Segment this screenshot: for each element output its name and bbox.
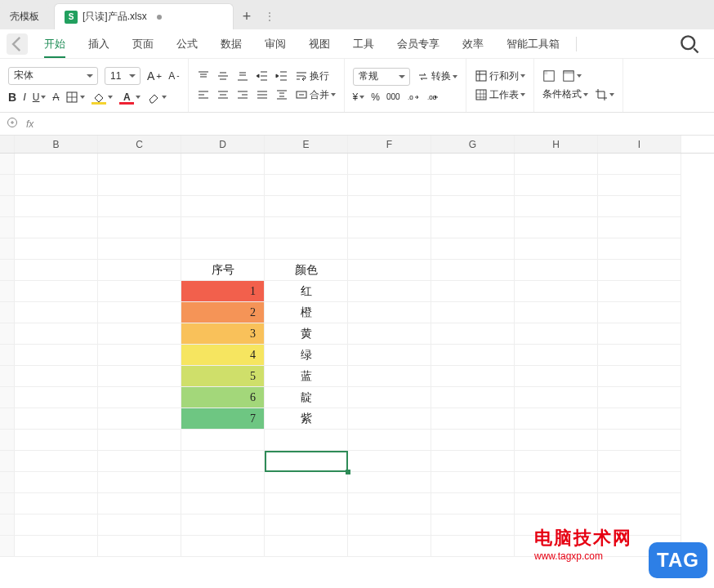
cell[interactable] (515, 408, 598, 430)
spreadsheet-grid[interactable]: BCDEFGHI 序号颜色1红2橙3黄4绿5蓝6靛7紫 电脑技术网 www.ta… (0, 136, 714, 588)
cell[interactable] (348, 175, 431, 196)
cell[interactable] (348, 430, 431, 451)
justify-button[interactable] (256, 88, 269, 101)
cell[interactable] (431, 408, 515, 430)
strikethrough-button[interactable]: A (52, 91, 59, 103)
cell[interactable] (431, 387, 515, 408)
cell[interactable] (515, 217, 598, 238)
number-format-select[interactable]: 常规 (353, 68, 410, 86)
cell[interactable]: 3 (181, 323, 265, 345)
menu-smart-tools[interactable]: 智能工具箱 (495, 29, 571, 58)
cell[interactable] (348, 154, 431, 175)
worksheet-button[interactable]: 工作表 (475, 88, 525, 102)
menu-formula[interactable]: 公式 (165, 29, 209, 58)
cell[interactable] (98, 175, 181, 196)
cell[interactable] (515, 493, 598, 514)
cell[interactable] (265, 238, 348, 260)
cell[interactable]: 7 (181, 408, 265, 430)
cell[interactable] (431, 260, 515, 281)
cell[interactable] (15, 472, 98, 493)
cell[interactable] (98, 514, 181, 536)
cell[interactable]: 橙 (265, 302, 348, 323)
cell[interactable]: 绿 (265, 345, 348, 366)
cell[interactable] (348, 493, 431, 514)
cell[interactable] (515, 323, 598, 345)
cell[interactable] (15, 430, 98, 451)
cell[interactable] (431, 536, 515, 557)
selection-handle[interactable] (346, 470, 350, 474)
cell[interactable] (0, 260, 15, 281)
grid-body[interactable]: 序号颜色1红2橙3黄4绿5蓝6靛7紫 (0, 154, 714, 557)
col-header-F[interactable]: F (348, 136, 431, 153)
cell[interactable] (15, 536, 98, 557)
merge-button[interactable]: 合并 (295, 88, 336, 102)
cell[interactable] (598, 154, 681, 175)
cell[interactable] (515, 175, 598, 196)
cell[interactable] (431, 175, 515, 196)
comma-button[interactable]: 000 (386, 92, 400, 101)
cell[interactable] (431, 217, 515, 238)
cell[interactable] (0, 451, 15, 472)
align-bottom-button[interactable] (236, 69, 249, 82)
cell[interactable] (0, 514, 15, 536)
menu-review[interactable]: 审阅 (253, 29, 297, 58)
cell[interactable] (265, 451, 348, 472)
cell[interactable] (348, 345, 431, 366)
menu-data[interactable]: 数据 (209, 29, 253, 58)
cell[interactable] (348, 451, 431, 472)
cell[interactable] (515, 238, 598, 260)
col-header-E[interactable]: E (265, 136, 348, 153)
fill-color-button[interactable] (91, 90, 113, 105)
cell[interactable] (348, 238, 431, 260)
italic-button[interactable]: I (23, 91, 26, 103)
cell[interactable] (0, 387, 15, 408)
font-color-button[interactable]: A (119, 90, 141, 105)
cell[interactable] (265, 472, 348, 493)
cell[interactable] (265, 154, 348, 175)
cell[interactable] (0, 472, 15, 493)
cell[interactable] (98, 154, 181, 175)
cell[interactable] (431, 366, 515, 387)
cell[interactable] (598, 281, 681, 302)
cell[interactable] (0, 302, 15, 323)
col-header-G[interactable]: G (431, 136, 515, 153)
cell[interactable] (598, 430, 681, 451)
increase-decimal-button[interactable]: .00 (426, 91, 440, 104)
cell[interactable] (98, 281, 181, 302)
cell[interactable] (98, 408, 181, 430)
cell[interactable] (98, 451, 181, 472)
cell[interactable] (98, 302, 181, 323)
cell[interactable] (98, 260, 181, 281)
search-button[interactable] (678, 33, 701, 56)
crop-button[interactable] (595, 88, 614, 101)
menu-view[interactable]: 视图 (297, 29, 341, 58)
shrink-font-button[interactable]: A- (168, 70, 179, 82)
cell[interactable] (0, 217, 15, 238)
cell[interactable] (0, 536, 15, 557)
percent-button[interactable]: % (371, 91, 380, 103)
font-size-select[interactable]: 11 (105, 67, 141, 85)
cell[interactable]: 6 (181, 387, 265, 408)
cell[interactable] (0, 430, 15, 451)
menu-tools[interactable]: 工具 (341, 29, 386, 58)
cell[interactable] (0, 493, 15, 514)
tabs-overflow-button[interactable]: ⋮ (260, 3, 279, 29)
cell[interactable]: 2 (181, 302, 265, 323)
cell[interactable] (515, 281, 598, 302)
cell[interactable]: 靛 (265, 387, 348, 408)
align-left-button[interactable] (197, 88, 210, 101)
cell[interactable] (348, 260, 431, 281)
cell[interactable] (0, 196, 15, 217)
cell[interactable] (515, 345, 598, 366)
cell[interactable]: 4 (181, 345, 265, 366)
cond-format-button[interactable]: 条件格式 (542, 87, 588, 101)
cell[interactable] (515, 451, 598, 472)
col-header-blank[interactable] (0, 136, 15, 153)
cell[interactable] (265, 196, 348, 217)
freeze-button[interactable] (542, 69, 556, 82)
cell[interactable] (598, 387, 681, 408)
cell[interactable] (15, 281, 98, 302)
cell[interactable] (598, 238, 681, 260)
distribute-button[interactable] (275, 88, 288, 101)
cell[interactable] (0, 175, 15, 196)
